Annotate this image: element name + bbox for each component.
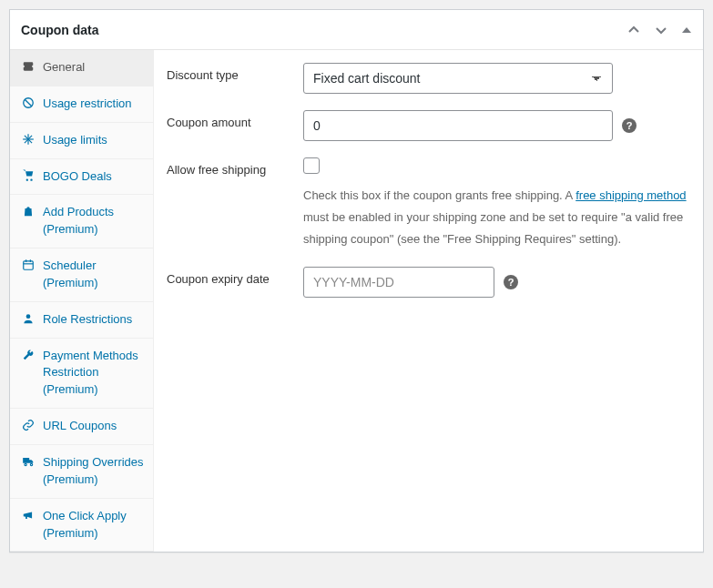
tab-label: Role Restrictions [43,311,145,329]
tab-item[interactable]: General [10,50,153,86]
tab-item[interactable]: URL Coupons [10,409,153,445]
free-shipping-method-link[interactable]: free shipping method [575,188,686,202]
coupon-data-panel: Coupon data GeneralUsage restrictionUsag… [9,9,704,553]
panel-body: GeneralUsage restrictionUsage limitsBOGO… [10,50,703,552]
tab-item[interactable]: Shipping Overrides (Premium) [10,445,153,499]
free-shipping-desc-b: must be enabled in your shipping zone an… [303,210,683,246]
help-icon[interactable]: ? [622,118,637,133]
cart-icon [21,169,36,182]
field-free-shipping: Allow free shipping Check this box if th… [167,157,688,250]
tab-item[interactable]: One Click Apply (Premium) [10,499,153,553]
move-up-icon[interactable] [626,23,641,37]
discount-type-select[interactable]: Fixed cart discount [303,63,613,94]
free-shipping-checkbox[interactable] [303,157,320,174]
settings-tabs: GeneralUsage restrictionUsage limitsBOGO… [10,50,154,552]
tab-item[interactable]: Usage restriction [10,86,153,123]
help-icon[interactable]: ? [504,275,518,289]
svg-point-6 [26,178,28,180]
calendar-icon [21,259,36,271]
bag-icon [21,205,36,218]
svg-point-14 [30,463,32,465]
tab-label: Scheduler (Premium) [43,258,145,292]
tab-item[interactable]: Scheduler (Premium) [10,248,153,302]
field-expiry-date: Coupon expiry date ? [167,267,688,298]
field-discount-type: Discount type Fixed cart discount [167,63,688,94]
tab-item[interactable]: Add Products (Premium) [10,195,153,248]
ticket-icon [21,60,36,73]
coupon-amount-label: Coupon amount [167,110,303,129]
toggle-panel-icon[interactable] [681,25,692,35]
free-shipping-label: Allow free shipping [167,157,303,177]
tab-label: URL Coupons [43,418,145,435]
discount-type-label: Discount type [167,63,303,82]
free-shipping-description: Check this box if the coupon grants free… [303,185,688,250]
svg-point-12 [26,314,31,319]
tab-item[interactable]: Role Restrictions [10,302,153,339]
tab-label: BOGO Deals [43,168,145,186]
tab-label: General [43,59,145,76]
field-coupon-amount: Coupon amount ? [167,110,688,141]
tab-label: Usage limits [43,132,145,149]
user-icon [21,312,36,325]
expiry-date-input[interactable] [303,267,494,298]
tab-label: One Click Apply (Premium) [43,508,145,542]
free-shipping-desc-a: Check this box if the coupon grants free… [303,188,575,202]
svg-rect-8 [24,261,34,269]
tab-item[interactable]: Payment Methods Restriction (Premium) [10,339,153,410]
coupon-amount-input[interactable] [303,110,613,141]
panel-title: Coupon data [21,23,99,37]
ban-icon [21,96,36,109]
tab-item[interactable]: Usage limits [10,123,153,159]
panel-header: Coupon data [10,10,703,50]
megaphone-icon [21,509,36,522]
expiry-date-label: Coupon expiry date [167,267,303,286]
wrench-icon [21,349,36,361]
truck-icon [21,455,36,468]
panel-header-controls [626,23,692,37]
svg-point-13 [25,463,26,465]
tab-label: Usage restriction [43,96,145,113]
svg-point-7 [30,178,32,180]
link-icon [21,419,36,431]
expand-icon [21,133,36,146]
tab-label: Payment Methods Restriction (Premium) [43,348,145,400]
move-down-icon[interactable] [654,23,668,37]
tab-item[interactable]: BOGO Deals [10,159,153,196]
settings-content: Discount type Fixed cart discount Coupon… [154,50,703,552]
tab-label: Add Products (Premium) [43,204,145,238]
tab-label: Shipping Overrides (Premium) [43,454,145,489]
svg-line-1 [25,99,32,106]
